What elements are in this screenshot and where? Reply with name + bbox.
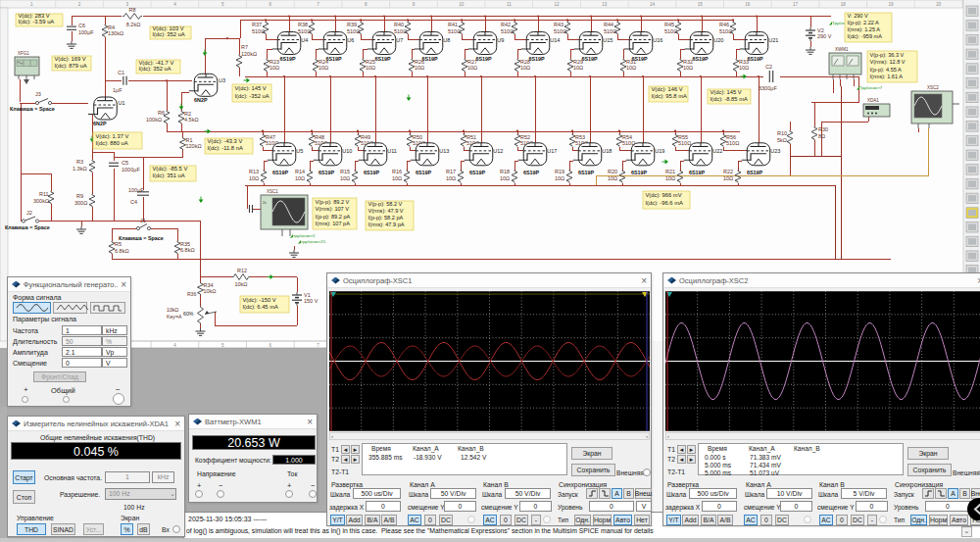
svg-text:10Ω: 10Ω [573,65,583,71]
svg-text:6S19P: 6S19P [582,56,599,62]
svg-text:I(p-p): 58.2 pA: I(p-p): 58.2 pA [368,215,404,221]
svg-text:1.3kΩ: 1.3kΩ [73,166,87,172]
svg-text:Key=A: Key=A [167,314,182,320]
svg-text:V(rms): 12.8 V: V(rms): 12.8 V [870,59,906,65]
svg-text:I(p-p): 89.2 pA: I(p-p): 89.2 pA [316,214,351,220]
svg-text:R15: R15 [340,169,350,174]
svg-text:6S19P: 6S19P [469,170,486,175]
svg-text:R20: R20 [608,169,617,174]
svg-text:U13: U13 [439,148,449,154]
svg-text:3300μF: 3300μF [759,85,777,91]
svg-text:C2: C2 [765,64,772,70]
svg-text:I(rms): 107 pA: I(rms): 107 pA [316,221,351,226]
svg-text:трубонист1: трубонист1 [293,233,316,238]
svg-text:10Ω: 10Ω [270,65,279,71]
svg-text:10Ω: 10Ω [520,65,530,71]
svg-text:10Ω: 10Ω [626,65,636,71]
svg-text:R12: R12 [237,268,247,273]
svg-text:R9: R9 [76,193,83,199]
svg-text:I(dc): 95.8 mA: I(dc): 95.8 mA [652,93,688,99]
svg-text:2x: 2x [263,201,267,205]
svg-text:U1: U1 [119,100,125,106]
svg-text:R5: R5 [115,241,122,247]
svg-text:10Ω: 10Ω [555,175,564,181]
svg-text:I(dc): -959 mA: I(dc): -959 mA [848,33,883,39]
svg-text:R38: R38 [298,22,308,27]
svg-text:6.8kΩ: 6.8kΩ [115,248,129,254]
svg-text:V(p-p): 58.2 V: V(p-p): 58.2 V [368,201,403,207]
svg-text:I(dc): 879 uA: I(dc): 879 uA [55,63,87,69]
svg-text:трубонист15: трубонист15 [301,239,326,244]
svg-text:R43: R43 [554,22,564,27]
svg-text:R44: R44 [604,22,613,27]
svg-text:10: 10 [459,2,465,7]
svg-text:300Ω: 300Ω [74,200,87,206]
svg-text:60%: 60% [183,311,194,317]
svg-text:6S19P: 6S19P [364,170,380,175]
svg-text:10Ω: 10Ω [723,175,733,181]
svg-text:XDA1: XDA1 [867,98,879,103]
svg-text:6S19P: 6S19P [689,170,706,175]
svg-text:XFG1: XFG1 [18,51,29,56]
svg-text:Трубонист7: Трубонист7 [859,85,883,90]
svg-text:R46: R46 [719,22,729,27]
svg-text:Клавиша = Space: Клавиша = Space [10,106,55,112]
svg-text:18: 18 [841,2,847,7]
svg-text:V(p-p): 89.2 V: V(p-p): 89.2 V [316,199,350,205]
svg-text:V(dc): 169 V: V(dc): 169 V [55,56,86,62]
svg-text:6S19P: 6S19P [578,170,595,175]
svg-text:R7: R7 [241,44,248,50]
svg-text:R16: R16 [392,169,402,174]
svg-text:I(dc): -11.8 nA: I(dc): -11.8 nA [208,145,243,151]
svg-text:R39: R39 [347,22,357,27]
svg-text:U10: U10 [342,148,352,154]
svg-text:10Ω: 10Ω [500,175,510,181]
svg-text:C6: C6 [78,23,85,28]
svg-text:Клавиша = Space: Клавиша = Space [5,224,50,230]
svg-text:R3: R3 [76,159,83,165]
svg-text:V(dc): 145 V: V(dc): 145 V [710,89,742,95]
svg-text:U12: U12 [493,148,503,154]
svg-text:U23: U23 [770,148,780,154]
svg-text:510Ω: 510Ω [347,28,360,34]
svg-text:16: 16 [745,2,751,7]
svg-text:I(p-p): 4.55 A: I(p-p): 4.55 A [870,67,903,73]
svg-text:V(dc): 146 V: V(dc): 146 V [652,86,683,92]
svg-text:U16: U16 [653,37,662,43]
svg-text:J3: J3 [35,91,41,97]
svg-text:300kΩ: 300kΩ [33,198,49,204]
svg-text:290 V: 290 V [817,33,832,39]
svg-text:1000μF: 1000μF [122,167,140,172]
svg-text:6S19P: 6S19P [422,56,439,62]
svg-text:R22: R22 [723,169,733,174]
svg-text:I(dc): -96.6 mA: I(dc): -96.6 mA [646,200,683,206]
svg-text:U18: U18 [602,148,612,154]
svg-text:V(rms): 47.9 V: V(rms): 47.9 V [368,208,404,214]
svg-text:I(dc): -8.85 mA: I(dc): -8.85 mA [710,96,748,102]
svg-text:510Ω: 510Ω [678,140,691,146]
svg-text:17: 17 [793,2,799,7]
svg-text:130kΩ: 130kΩ [108,30,123,36]
svg-text:6S19P: 6S19P [748,56,764,62]
svg-text:6S19P: 6S19P [375,56,392,62]
svg-text:V: 290 V: V: 290 V [848,13,869,19]
svg-text:10Ω: 10Ω [392,175,402,181]
svg-text:I(dc): 351 uA: I(dc): 351 uA [153,172,185,178]
svg-text:510Ω: 510Ω [394,28,407,34]
svg-text:U4: U4 [301,37,308,43]
svg-text:10Ω: 10Ω [467,65,477,71]
svg-text:V(dc): 1.37 V: V(dc): 1.37 V [96,133,129,139]
svg-text:8Ω: 8Ω [818,133,825,139]
svg-text:U9: U9 [497,37,504,43]
svg-text:120kΩ: 120kΩ [241,51,257,57]
svg-text:V(p-p): 36.3 V: V(p-p): 36.3 V [870,52,905,58]
svg-text:10Ω: 10Ω [295,175,305,181]
svg-text:6S19P: 6S19P [693,56,710,62]
svg-text:510Ω: 510Ω [252,28,265,34]
svg-text:6N2P: 6N2P [194,97,208,103]
svg-text:U5: U5 [296,148,303,154]
svg-text:10kΩ: 10kΩ [167,307,178,313]
svg-text:C1: C1 [118,70,124,75]
svg-text:R30: R30 [818,126,828,132]
svg-text:8.2kΩ: 8.2kΩ [126,22,141,27]
